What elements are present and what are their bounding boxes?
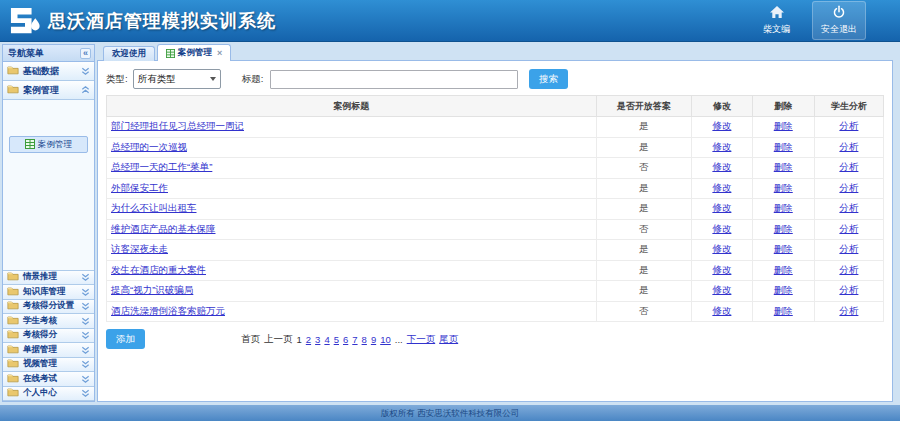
edit-link[interactable]: 修改 bbox=[712, 243, 731, 254]
edit-link[interactable]: 修改 bbox=[712, 161, 731, 172]
edit-link[interactable]: 修改 bbox=[712, 284, 731, 295]
sidebar-group[interactable]: 情景推理 bbox=[3, 271, 94, 286]
page-next[interactable]: 下一页 bbox=[407, 333, 436, 346]
title-label: 标题: bbox=[242, 73, 264, 86]
sidebar-group[interactable]: 学生考核 bbox=[3, 314, 94, 329]
sidebar-group-label: 基础数据 bbox=[23, 65, 59, 78]
analyze-link[interactable]: 分析 bbox=[839, 182, 858, 193]
case-title-link[interactable]: 提高“视力”识破骗局 bbox=[111, 284, 193, 295]
analyze-link[interactable]: 分析 bbox=[839, 120, 858, 131]
page-number[interactable]: 10 bbox=[380, 334, 391, 345]
page-number[interactable]: 6 bbox=[343, 334, 348, 345]
header-actions: 柴文编 安全退出 bbox=[755, 1, 900, 40]
delete-link[interactable]: 删除 bbox=[774, 243, 793, 254]
delete-link[interactable]: 删除 bbox=[774, 161, 793, 172]
sidebar-group[interactable]: 考核得分设置 bbox=[3, 300, 94, 315]
type-label: 类型: bbox=[106, 73, 128, 86]
search-button[interactable]: 搜索 bbox=[529, 69, 568, 89]
page-prev[interactable]: 上一页 bbox=[264, 333, 293, 346]
page-number[interactable]: 7 bbox=[352, 334, 357, 345]
table-row: 为什么不让叫出租车 是 修改 删除 分析 bbox=[107, 199, 884, 220]
analyze-link[interactable]: 分析 bbox=[839, 202, 858, 213]
open-answer-value: 否 bbox=[596, 158, 692, 179]
analyze-link[interactable]: 分析 bbox=[839, 161, 858, 172]
power-icon bbox=[831, 5, 847, 21]
analyze-link[interactable]: 分析 bbox=[839, 284, 858, 295]
case-title-link[interactable]: 总经理的一次巡视 bbox=[111, 141, 187, 152]
type-select[interactable]: 所有类型 bbox=[133, 69, 221, 89]
case-title-link[interactable]: 发生在酒店的重大案件 bbox=[111, 264, 206, 275]
sidebar-group-label: 学生考核 bbox=[23, 315, 57, 327]
delete-link[interactable]: 删除 bbox=[774, 284, 793, 295]
analyze-link[interactable]: 分析 bbox=[839, 141, 858, 152]
case-title-link[interactable]: 部门经理担任见习总经理一周记 bbox=[111, 120, 244, 131]
sidebar-group[interactable]: 基础数据 bbox=[3, 62, 94, 81]
analyze-link[interactable]: 分析 bbox=[839, 264, 858, 275]
edit-link[interactable]: 修改 bbox=[712, 141, 731, 152]
page-first[interactable]: 首页 bbox=[241, 333, 260, 346]
page-number[interactable]: 2 bbox=[306, 334, 311, 345]
app-header: 思沃酒店管理模拟实训系统 柴文编 安全退出 bbox=[0, 0, 900, 42]
sidebar-group[interactable]: 在线考试 bbox=[3, 372, 94, 387]
page-number[interactable]: 5 bbox=[334, 334, 339, 345]
sidebar-group-label: 知识库管理 bbox=[23, 286, 66, 298]
analyze-link[interactable]: 分析 bbox=[839, 223, 858, 234]
sidebar-group[interactable]: 知识库管理 bbox=[3, 285, 94, 300]
delete-link[interactable]: 删除 bbox=[774, 223, 793, 234]
add-button[interactable]: 添加 bbox=[106, 329, 145, 349]
page-number[interactable]: 3 bbox=[315, 334, 320, 345]
edit-link[interactable]: 修改 bbox=[712, 223, 731, 234]
analyze-link[interactable]: 分析 bbox=[839, 305, 858, 316]
case-title-link[interactable]: 外部保安工作 bbox=[111, 182, 168, 193]
sidebar-group[interactable]: 案例管理 bbox=[3, 81, 94, 100]
edit-link[interactable]: 修改 bbox=[712, 264, 731, 275]
chevron-down-icon bbox=[81, 316, 90, 325]
sidebar-item-case-management[interactable]: 案例管理 bbox=[9, 136, 88, 153]
sidebar-group-label: 视频管理 bbox=[23, 358, 57, 370]
page-number[interactable]: 8 bbox=[362, 334, 367, 345]
delete-link[interactable]: 删除 bbox=[774, 202, 793, 213]
user-home-button[interactable]: 柴文编 bbox=[755, 2, 798, 39]
edit-link[interactable]: 修改 bbox=[712, 202, 731, 213]
page-number[interactable]: 9 bbox=[371, 334, 376, 345]
sidebar-group[interactable]: 单据管理 bbox=[3, 343, 94, 358]
page-last[interactable]: 尾页 bbox=[439, 333, 458, 346]
logout-button[interactable]: 安全退出 bbox=[812, 1, 866, 40]
case-title-link[interactable]: 酒店洗澡滑倒浴客索赔万元 bbox=[111, 305, 225, 316]
delete-link[interactable]: 删除 bbox=[774, 141, 793, 152]
tab[interactable]: 案例管理 × bbox=[157, 44, 231, 61]
delete-link[interactable]: 删除 bbox=[774, 305, 793, 316]
sidebar: 导航菜单 « 基础数据 bbox=[2, 44, 95, 402]
edit-link[interactable]: 修改 bbox=[712, 182, 731, 193]
type-select-value: 所有类型 bbox=[138, 73, 176, 86]
analyze-link[interactable]: 分析 bbox=[839, 243, 858, 254]
collapse-sidebar-icon[interactable]: « bbox=[80, 48, 91, 59]
title-search-input[interactable] bbox=[270, 70, 518, 89]
sidebar-group-label: 考核得分设置 bbox=[23, 300, 74, 312]
page-number[interactable]: 4 bbox=[324, 334, 329, 345]
sidebar-group[interactable]: 视频管理 bbox=[3, 358, 94, 373]
pagination: 首页 上一页 12345678910 ... 下一页 尾页 bbox=[241, 333, 458, 346]
case-title-link[interactable]: 维护酒店产品的基本保障 bbox=[111, 223, 216, 234]
col-header-delete: 删除 bbox=[752, 96, 814, 117]
col-header-edit: 修改 bbox=[692, 96, 753, 117]
open-answer-value: 是 bbox=[596, 137, 692, 158]
case-title-link[interactable]: 访客深夜未走 bbox=[111, 243, 168, 254]
page-number[interactable]: 1 bbox=[297, 334, 302, 345]
case-title-link[interactable]: 总经理一天的工作“菜单” bbox=[111, 161, 212, 172]
sidebar-group[interactable]: 考核得分 bbox=[3, 329, 94, 344]
sidebar-title: 导航菜单 bbox=[8, 47, 44, 60]
open-answer-value: 是 bbox=[596, 240, 692, 261]
close-tab-icon[interactable]: × bbox=[217, 48, 222, 58]
open-answer-value: 否 bbox=[596, 219, 692, 240]
table-row: 部门经理担任见习总经理一周记 是 修改 删除 分析 bbox=[107, 117, 884, 138]
case-title-link[interactable]: 为什么不让叫出租车 bbox=[111, 202, 197, 213]
edit-link[interactable]: 修改 bbox=[712, 120, 731, 131]
cases-table-wrap: 案例标题 是否开放答案 修改 删除 学生分析 部门经理担任见习总经理一周记 是 … bbox=[106, 95, 884, 322]
sidebar-group[interactable]: 个人中心 bbox=[3, 387, 94, 402]
delete-link[interactable]: 删除 bbox=[774, 264, 793, 275]
edit-link[interactable]: 修改 bbox=[712, 305, 731, 316]
delete-link[interactable]: 删除 bbox=[774, 182, 793, 193]
delete-link[interactable]: 删除 bbox=[774, 120, 793, 131]
tab[interactable]: 欢迎使用 × bbox=[103, 46, 155, 61]
